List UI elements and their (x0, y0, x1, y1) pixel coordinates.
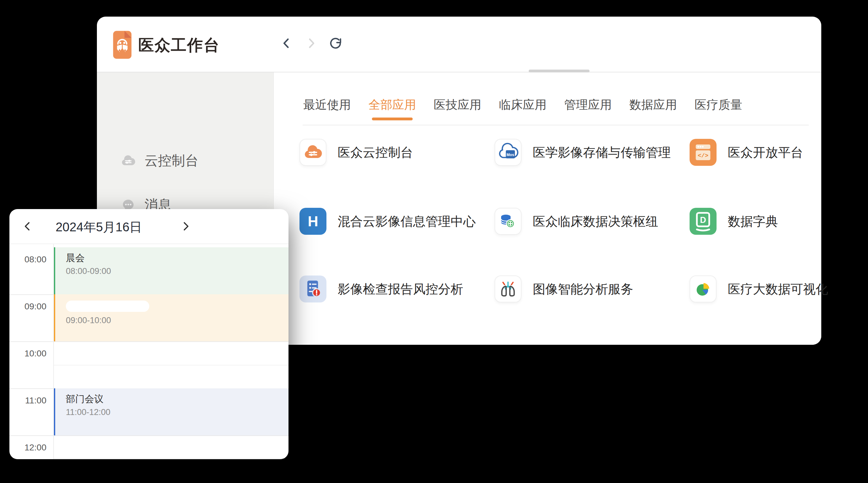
tab-management-apps[interactable]: 管理应用 (563, 97, 613, 113)
image-ai-lungs-icon (497, 278, 519, 300)
hour-label: 09:00 (9, 301, 46, 312)
tab-clinical-apps[interactable]: 临床应用 (498, 97, 547, 113)
chevron-right-icon (179, 220, 192, 232)
scrollbar-thumb[interactable] (529, 70, 590, 72)
event-title: 晨会 (66, 252, 288, 264)
hour-label: 10:00 (9, 349, 46, 359)
app-label: 影像检查报告风控分析 (338, 281, 463, 298)
sidebar-item-label: 云控制台 (145, 152, 198, 170)
hybrid-cloud-icon: H (308, 214, 318, 228)
cloud-console-icon (121, 153, 136, 168)
calendar-header: 2024年5月16日 (9, 209, 288, 244)
app-label: 图像智能分析服务 (533, 281, 633, 298)
calendar-event-department-meeting[interactable]: 部门会议 11:00-12:00 (53, 388, 288, 436)
tab-recently-used[interactable]: 最近使用 (303, 97, 351, 113)
chevron-left-icon (279, 36, 294, 51)
app-label: 数据字典 (728, 213, 778, 230)
report-risk-icon (300, 276, 327, 302)
forward-button[interactable] (304, 36, 318, 51)
mos-badge-text: Mos (506, 153, 514, 157)
tab-data-apps[interactable]: 数据应用 (629, 97, 678, 113)
hour-line (9, 436, 288, 436)
app-image-ai-analysis[interactable]: 图像智能分析服务 (495, 276, 633, 302)
half-hour-line (54, 458, 288, 458)
tab-medical-quality[interactable]: 医疗质量 (694, 97, 743, 113)
app-medical-image-storage[interactable]: Mos 医学影像存储与传输管理 (495, 139, 671, 166)
medical-image-storage-icon: Mos (498, 142, 518, 163)
app-label: 混合云影像信息管理中心 (338, 213, 476, 230)
app-label: 医疗大数据可视化 (728, 281, 828, 298)
app-open-platform[interactable]: </> 医众开放平台 (689, 139, 803, 166)
cloud-console-app-icon (303, 142, 323, 162)
window-title: 医众工作台 (138, 35, 220, 56)
chevron-right-icon (304, 36, 318, 51)
refresh-button[interactable] (328, 36, 343, 51)
calendar-panel: 2024年5月16日 08:00 09:00 10:00 11:00 12:00 (9, 209, 288, 459)
app-label: 医众云控制台 (338, 144, 413, 161)
hour-label: 11:00 (9, 395, 46, 406)
hour-line (9, 341, 288, 342)
calendar-event-morning-meeting[interactable]: 晨会 08:00-09:00 (53, 247, 288, 294)
app-label: 医学影像存储与传输管理 (533, 144, 671, 161)
app-cloud-console[interactable]: 医众云控制台 (300, 139, 413, 166)
app-report-risk-analysis[interactable]: 影像检查报告风控分析 (300, 276, 463, 302)
content-area: 最近使用 全部应用 医技应用 临床应用 管理应用 数据应用 医疗质量 (274, 72, 821, 345)
calendar-prev-button[interactable] (21, 219, 34, 233)
event-time: 08:00-09:00 (66, 266, 288, 276)
code-glyph: </> (698, 152, 708, 159)
tab-bar: 最近使用 全部应用 医技应用 临床应用 管理应用 数据应用 医疗质量 (303, 72, 809, 125)
event-time: 09:00-10:00 (66, 316, 288, 325)
clinical-data-hub-icon (498, 211, 518, 232)
hour-label: 08:00 (9, 255, 46, 264)
event-title: 部门会议 (66, 393, 288, 405)
calendar-body: 08:00 09:00 10:00 11:00 12:00 晨会 08:00-0… (9, 244, 288, 459)
calendar-date: 2024年5月16日 (47, 219, 151, 236)
event-time: 11:00-12:00 (66, 408, 288, 417)
app-label: 医众开放平台 (728, 144, 803, 161)
calendar-event-redacted[interactable]: 09:00-10:00 (53, 294, 288, 341)
data-dictionary-icon: D (689, 208, 717, 235)
tab-medtech-apps[interactable]: 医技应用 (433, 97, 482, 113)
app-bigdata-visualization[interactable]: 医疗大数据可视化 (689, 276, 828, 302)
time-gutter-divider (53, 244, 54, 459)
app-logo-icon (113, 30, 132, 59)
sidebar-item-cloud-console[interactable]: 云控制台 (97, 145, 274, 176)
hour-label: 12:00 (9, 443, 46, 453)
open-platform-icon: </> (689, 139, 717, 166)
redacted-event-title (66, 300, 149, 312)
desktop-background: 医众工作台 (0, 0, 868, 483)
app-label: 医众临床数据决策枢纽 (533, 213, 658, 230)
refresh-icon (328, 36, 343, 51)
titlebar: 医众工作台 (97, 17, 821, 72)
bigdata-pie-icon (692, 278, 714, 300)
app-data-dictionary[interactable]: D 数据字典 (689, 208, 778, 235)
calendar-next-button[interactable] (179, 219, 192, 233)
app-hybrid-cloud-center[interactable]: H 混合云影像信息管理中心 (300, 208, 476, 235)
back-button[interactable] (279, 36, 294, 51)
dictionary-letter: D (700, 215, 706, 225)
tab-all-apps[interactable]: 全部应用 (368, 97, 417, 113)
chevron-left-icon (21, 220, 34, 232)
app-clinical-data-hub[interactable]: 医众临床数据决策枢纽 (495, 208, 658, 235)
half-hour-line (54, 365, 288, 365)
